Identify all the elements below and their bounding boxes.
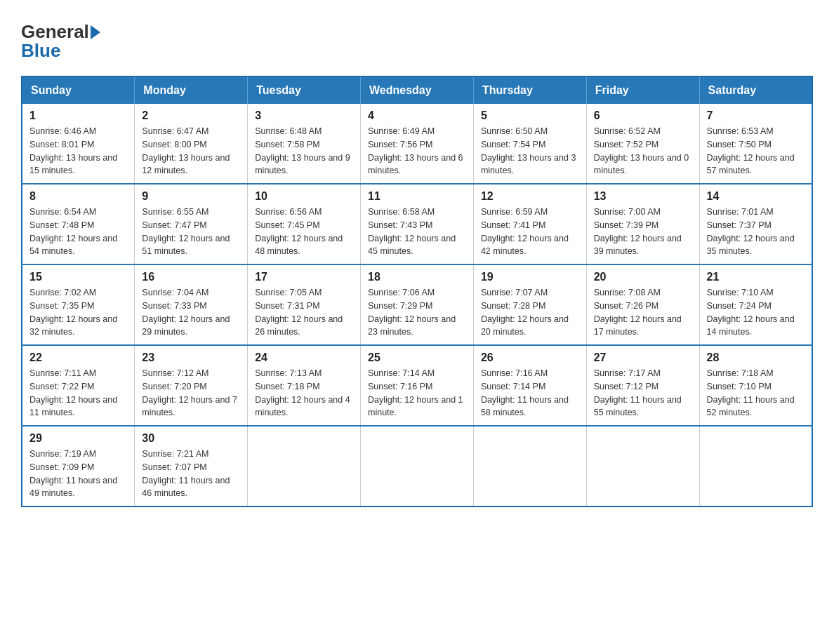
day-number: 29	[29, 432, 127, 445]
calendar-cell	[586, 426, 699, 507]
day-number: 20	[594, 271, 692, 283]
day-info: Sunrise: 6:49 AM Sunset: 7:56 PM Dayligh…	[368, 125, 466, 177]
calendar-cell: 22 Sunrise: 7:11 AM Sunset: 7:22 PM Dayl…	[22, 345, 135, 426]
day-number: 7	[707, 109, 805, 122]
day-info: Sunrise: 7:08 AM Sunset: 7:26 PM Dayligh…	[594, 286, 692, 339]
calendar-cell: 16 Sunrise: 7:04 AM Sunset: 7:33 PM Dayl…	[135, 264, 248, 345]
day-info: Sunrise: 6:58 AM Sunset: 7:43 PM Dayligh…	[368, 206, 466, 258]
day-info: Sunrise: 7:07 AM Sunset: 7:28 PM Dayligh…	[481, 286, 579, 339]
day-info: Sunrise: 7:10 AM Sunset: 7:24 PM Dayligh…	[707, 286, 805, 339]
calendar-cell: 29 Sunrise: 7:19 AM Sunset: 7:09 PM Dayl…	[22, 426, 135, 507]
day-info: Sunrise: 7:04 AM Sunset: 7:33 PM Dayligh…	[142, 286, 240, 339]
day-info: Sunrise: 6:53 AM Sunset: 7:50 PM Dayligh…	[707, 125, 805, 177]
day-info: Sunrise: 7:13 AM Sunset: 7:18 PM Dayligh…	[255, 367, 353, 420]
calendar-cell: 17 Sunrise: 7:05 AM Sunset: 7:31 PM Dayl…	[248, 264, 361, 345]
day-info: Sunrise: 6:47 AM Sunset: 8:00 PM Dayligh…	[142, 125, 240, 177]
calendar-cell: 26 Sunrise: 7:16 AM Sunset: 7:14 PM Dayl…	[473, 345, 586, 426]
calendar-cell: 2 Sunrise: 6:47 AM Sunset: 8:00 PM Dayli…	[135, 104, 248, 184]
day-number: 5	[481, 109, 579, 122]
day-info: Sunrise: 7:18 AM Sunset: 7:10 PM Dayligh…	[707, 367, 805, 420]
day-info: Sunrise: 7:11 AM Sunset: 7:22 PM Dayligh…	[29, 367, 127, 420]
calendar-cell: 27 Sunrise: 7:17 AM Sunset: 7:12 PM Dayl…	[586, 345, 699, 426]
calendar-cell: 3 Sunrise: 6:48 AM Sunset: 7:58 PM Dayli…	[248, 104, 361, 184]
calendar-cell: 28 Sunrise: 7:18 AM Sunset: 7:10 PM Dayl…	[699, 345, 812, 426]
day-info: Sunrise: 6:50 AM Sunset: 7:54 PM Dayligh…	[481, 125, 579, 177]
calendar-cell	[361, 426, 474, 507]
calendar-cell: 19 Sunrise: 7:07 AM Sunset: 7:28 PM Dayl…	[473, 264, 586, 345]
day-info: Sunrise: 7:14 AM Sunset: 7:16 PM Dayligh…	[368, 367, 466, 420]
day-number: 21	[707, 271, 805, 283]
day-number: 10	[255, 190, 353, 203]
day-number: 25	[368, 351, 466, 364]
day-info: Sunrise: 6:46 AM Sunset: 8:01 PM Dayligh…	[29, 125, 127, 177]
calendar-cell: 11 Sunrise: 6:58 AM Sunset: 7:43 PM Dayl…	[361, 184, 474, 264]
calendar-table: SundayMondayTuesdayWednesdayThursdayFrid…	[21, 76, 813, 507]
day-info: Sunrise: 7:00 AM Sunset: 7:39 PM Dayligh…	[594, 206, 692, 258]
day-number: 8	[29, 190, 127, 203]
calendar-week-row: 15 Sunrise: 7:02 AM Sunset: 7:35 PM Dayl…	[22, 264, 812, 345]
day-number: 27	[594, 351, 692, 364]
day-info: Sunrise: 6:48 AM Sunset: 7:58 PM Dayligh…	[255, 125, 353, 177]
day-info: Sunrise: 6:52 AM Sunset: 7:52 PM Dayligh…	[594, 125, 692, 177]
day-info: Sunrise: 7:12 AM Sunset: 7:20 PM Dayligh…	[142, 367, 240, 420]
calendar-cell: 13 Sunrise: 7:00 AM Sunset: 7:39 PM Dayl…	[586, 184, 699, 264]
calendar-cell: 1 Sunrise: 6:46 AM Sunset: 8:01 PM Dayli…	[22, 104, 135, 184]
page-header: General Blue	[21, 21, 813, 62]
calendar-cell: 23 Sunrise: 7:12 AM Sunset: 7:20 PM Dayl…	[135, 345, 248, 426]
day-number: 26	[481, 351, 579, 364]
calendar-cell: 15 Sunrise: 7:02 AM Sunset: 7:35 PM Dayl…	[22, 264, 135, 345]
day-number: 13	[594, 190, 692, 203]
calendar-cell: 8 Sunrise: 6:54 AM Sunset: 7:48 PM Dayli…	[22, 184, 135, 264]
calendar-cell: 10 Sunrise: 6:56 AM Sunset: 7:45 PM Dayl…	[248, 184, 361, 264]
day-number: 2	[142, 109, 240, 122]
weekday-header-sunday: Sunday	[22, 76, 135, 104]
day-info: Sunrise: 7:21 AM Sunset: 7:07 PM Dayligh…	[142, 448, 240, 500]
day-number: 1	[29, 109, 127, 122]
calendar-cell: 6 Sunrise: 6:52 AM Sunset: 7:52 PM Dayli…	[586, 104, 699, 184]
logo: General Blue	[21, 21, 100, 62]
calendar-cell: 14 Sunrise: 7:01 AM Sunset: 7:37 PM Dayl…	[699, 184, 812, 264]
day-info: Sunrise: 7:06 AM Sunset: 7:29 PM Dayligh…	[368, 286, 466, 339]
weekday-header-tuesday: Tuesday	[248, 76, 361, 104]
day-number: 4	[368, 109, 466, 122]
day-number: 30	[142, 432, 240, 445]
day-number: 9	[142, 190, 240, 203]
day-info: Sunrise: 7:19 AM Sunset: 7:09 PM Dayligh…	[29, 448, 127, 500]
day-number: 6	[594, 109, 692, 122]
calendar-cell: 30 Sunrise: 7:21 AM Sunset: 7:07 PM Dayl…	[135, 426, 248, 507]
day-info: Sunrise: 7:17 AM Sunset: 7:12 PM Dayligh…	[594, 367, 692, 420]
day-number: 11	[368, 190, 466, 203]
day-number: 22	[29, 351, 127, 364]
calendar-cell	[473, 426, 586, 507]
calendar-week-row: 29 Sunrise: 7:19 AM Sunset: 7:09 PM Dayl…	[22, 426, 812, 507]
day-info: Sunrise: 6:54 AM Sunset: 7:48 PM Dayligh…	[29, 206, 127, 258]
day-info: Sunrise: 7:16 AM Sunset: 7:14 PM Dayligh…	[481, 367, 579, 420]
day-info: Sunrise: 6:59 AM Sunset: 7:41 PM Dayligh…	[481, 206, 579, 258]
logo-blue-text: Blue	[21, 40, 100, 62]
calendar-cell: 4 Sunrise: 6:49 AM Sunset: 7:56 PM Dayli…	[361, 104, 474, 184]
day-info: Sunrise: 7:02 AM Sunset: 7:35 PM Dayligh…	[29, 286, 127, 339]
calendar-week-row: 1 Sunrise: 6:46 AM Sunset: 8:01 PM Dayli…	[22, 104, 812, 184]
calendar-cell: 12 Sunrise: 6:59 AM Sunset: 7:41 PM Dayl…	[473, 184, 586, 264]
day-info: Sunrise: 6:56 AM Sunset: 7:45 PM Dayligh…	[255, 206, 353, 258]
calendar-week-row: 8 Sunrise: 6:54 AM Sunset: 7:48 PM Dayli…	[22, 184, 812, 264]
weekday-header-wednesday: Wednesday	[361, 76, 474, 104]
calendar-cell: 24 Sunrise: 7:13 AM Sunset: 7:18 PM Dayl…	[248, 345, 361, 426]
day-number: 3	[255, 109, 353, 122]
day-number: 28	[707, 351, 805, 364]
calendar-week-row: 22 Sunrise: 7:11 AM Sunset: 7:22 PM Dayl…	[22, 345, 812, 426]
calendar-cell: 18 Sunrise: 7:06 AM Sunset: 7:29 PM Dayl…	[361, 264, 474, 345]
day-number: 16	[142, 271, 240, 283]
day-number: 23	[142, 351, 240, 364]
calendar-cell	[699, 426, 812, 507]
day-number: 19	[481, 271, 579, 283]
calendar-cell: 9 Sunrise: 6:55 AM Sunset: 7:47 PM Dayli…	[135, 184, 248, 264]
logo-arrow-icon	[91, 25, 100, 39]
calendar-cell	[248, 426, 361, 507]
day-number: 17	[255, 271, 353, 283]
weekday-header-saturday: Saturday	[699, 76, 812, 104]
calendar-cell: 25 Sunrise: 7:14 AM Sunset: 7:16 PM Dayl…	[361, 345, 474, 426]
calendar-cell: 7 Sunrise: 6:53 AM Sunset: 7:50 PM Dayli…	[699, 104, 812, 184]
calendar-cell: 21 Sunrise: 7:10 AM Sunset: 7:24 PM Dayl…	[699, 264, 812, 345]
logo-general-text: General	[21, 21, 100, 42]
